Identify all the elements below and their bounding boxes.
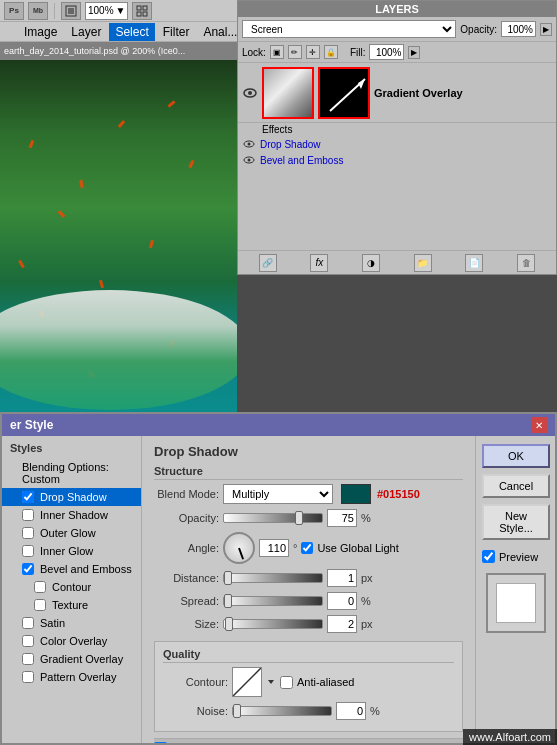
grid-icon[interactable] — [132, 2, 152, 20]
folder-icon[interactable]: 📁 — [414, 254, 432, 272]
menu-item-layer[interactable]: Layer — [65, 23, 107, 41]
menu-item-empty[interactable] — [4, 30, 16, 34]
style-item-inner-glow[interactable]: Inner Glow — [2, 542, 141, 560]
spread-slider[interactable] — [223, 596, 323, 606]
opacity-label: Opacity: — [460, 24, 497, 35]
satin-checkbox[interactable] — [22, 617, 34, 629]
delete-icon[interactable]: 🗑 — [517, 254, 535, 272]
adjust-icon[interactable]: ◑ — [362, 254, 380, 272]
contour-checkbox[interactable] — [34, 581, 46, 593]
pattern-overlay-checkbox[interactable] — [22, 671, 34, 683]
gradient-overlay-checkbox[interactable] — [22, 653, 34, 665]
style-item-pattern-overlay[interactable]: Pattern Overlay — [2, 668, 141, 686]
opacity-arrow[interactable]: ▶ — [540, 23, 552, 36]
inner-shadow-checkbox[interactable] — [22, 509, 34, 521]
distance-slider-thumb[interactable] — [224, 571, 232, 585]
inner-glow-checkbox[interactable] — [22, 545, 34, 557]
zoom-dropdown[interactable]: 100% ▼ — [85, 2, 128, 20]
color-overlay-checkbox[interactable] — [22, 635, 34, 647]
style-item-gradient-overlay[interactable]: Gradient Overlay — [2, 650, 141, 668]
size-slider[interactable] — [223, 619, 323, 629]
blend-mode-select[interactable]: Multiply — [223, 484, 333, 504]
fx-icon[interactable]: fx — [310, 254, 328, 272]
cancel-button[interactable]: Cancel — [482, 474, 550, 498]
style-item-satin[interactable]: Satin — [2, 614, 141, 632]
menu-item-select[interactable]: Select — [109, 23, 154, 41]
size-value-input[interactable] — [327, 615, 357, 633]
dialog-close-button[interactable]: ✕ — [531, 417, 547, 433]
drop-shadow-checkbox[interactable] — [22, 491, 34, 503]
spread-slider-thumb[interactable] — [224, 594, 232, 608]
texture-checkbox[interactable] — [34, 599, 46, 611]
lock-all-icon[interactable]: 🔒 — [324, 45, 338, 59]
fx-eye-drop-shadow[interactable] — [242, 137, 256, 151]
link-icon[interactable]: 🔗 — [259, 254, 277, 272]
earth-surface — [0, 290, 237, 410]
style-item-outer-glow[interactable]: Outer Glow — [2, 524, 141, 542]
style-item-texture[interactable]: Texture — [2, 596, 141, 614]
layer-visibility-eye[interactable] — [242, 85, 258, 101]
fx-effects-row: Effects — [242, 123, 552, 136]
svg-rect-4 — [137, 12, 141, 16]
style-item-color-overlay[interactable]: Color Overlay — [2, 632, 141, 650]
spread-value-input[interactable] — [327, 592, 357, 610]
preview-label: Preview — [499, 551, 538, 563]
spark-particle — [18, 260, 25, 268]
contour-dropdown-arrow[interactable] — [266, 677, 276, 687]
layers-bottom-toolbar: 🔗 fx ◑ 📁 📄 🗑 — [238, 250, 556, 274]
opacity-slider[interactable] — [223, 513, 323, 523]
canvas-titlebar: earth_day_2014_tutorial.psd @ 200% (Ice0… — [0, 42, 237, 60]
menu-item-filter[interactable]: Filter — [157, 23, 196, 41]
noise-slider-thumb[interactable] — [233, 704, 241, 718]
view-icon[interactable] — [61, 2, 81, 20]
fill-arrow[interactable]: ▶ — [408, 46, 420, 59]
layer-knocks-checkbox[interactable] — [154, 742, 167, 743]
new-layer-icon[interactable]: 📄 — [465, 254, 483, 272]
layer-item-gradient[interactable]: Gradient Overlay — [238, 63, 556, 123]
contour-preview[interactable] — [232, 667, 262, 697]
fx-drop-shadow-row[interactable]: Drop Shadow — [242, 136, 552, 152]
layers-panel: LAYERS Screen Opacity: ▶ Lock: ▣ ✏ ✛ 🔒 F… — [237, 0, 557, 275]
global-light-checkbox[interactable] — [301, 542, 313, 554]
spread-row: Spread: % — [154, 592, 463, 610]
color-swatch[interactable] — [341, 484, 371, 504]
lock-transparent-icon[interactable]: ▣ — [270, 45, 284, 59]
bevel-emboss-checkbox[interactable] — [22, 563, 34, 575]
watermark: www.Alfoart.com — [463, 729, 557, 745]
preview-checkbox[interactable] — [482, 550, 495, 563]
style-item-inner-shadow[interactable]: Inner Shadow — [2, 506, 141, 524]
fx-eye-bevel-emboss[interactable] — [242, 153, 256, 167]
layer-mask-thumbnail — [318, 67, 370, 119]
svg-rect-2 — [137, 6, 141, 10]
ok-button[interactable]: OK — [482, 444, 550, 468]
lock-position-icon[interactable]: ✛ — [306, 45, 320, 59]
layers-panel-title: LAYERS — [238, 1, 556, 17]
fill-input[interactable] — [369, 44, 404, 60]
canvas-area — [0, 60, 237, 430]
svg-point-11 — [248, 143, 251, 146]
blend-mode-dropdown[interactable]: Screen — [242, 20, 456, 38]
mb-icon[interactable]: Mb — [28, 2, 48, 20]
ps-icon[interactable]: Ps — [4, 2, 24, 20]
angle-value-input[interactable] — [259, 539, 289, 557]
anti-aliased-checkbox[interactable] — [280, 676, 293, 689]
distance-value-input[interactable] — [327, 569, 357, 587]
noise-slider[interactable] — [232, 706, 332, 716]
opacity-slider-thumb[interactable] — [295, 511, 303, 525]
noise-label: Noise: — [163, 705, 228, 717]
lock-pixels-icon[interactable]: ✏ — [288, 45, 302, 59]
fx-bevel-emboss-row[interactable]: Bevel and Emboss — [242, 152, 552, 168]
style-item-blending[interactable]: Blending Options: Custom — [2, 458, 141, 488]
menu-item-image[interactable]: Image — [18, 23, 63, 41]
style-item-contour[interactable]: Contour — [2, 578, 141, 596]
opacity-value-input[interactable] — [327, 509, 357, 527]
angle-dial[interactable] — [223, 532, 255, 564]
style-item-drop-shadow[interactable]: Drop Shadow — [2, 488, 141, 506]
new-style-button[interactable]: New Style... — [482, 504, 550, 540]
noise-value-input[interactable] — [336, 702, 366, 720]
style-item-bevel-emboss[interactable]: Bevel and Emboss — [2, 560, 141, 578]
distance-slider[interactable] — [223, 573, 323, 583]
size-slider-thumb[interactable] — [225, 617, 233, 631]
opacity-input[interactable] — [501, 21, 536, 37]
outer-glow-checkbox[interactable] — [22, 527, 34, 539]
